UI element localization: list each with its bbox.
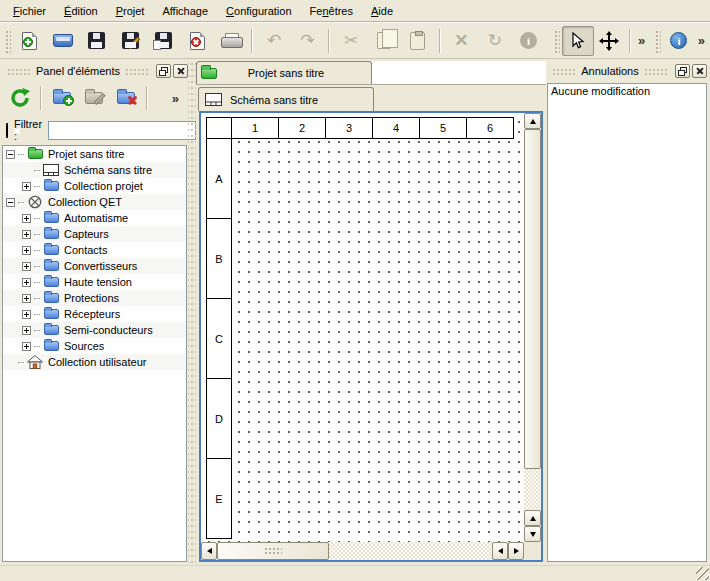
new-project-button[interactable] [13, 26, 46, 56]
expand-icon[interactable] [22, 182, 31, 191]
tree-item-projet[interactable]: Projet sans titre [3, 146, 186, 162]
pan-mode-button[interactable] [594, 26, 626, 56]
folder-icon [44, 325, 59, 335]
expand-icon[interactable] [22, 246, 31, 255]
expand-icon[interactable] [22, 294, 31, 303]
tree-item-recepteurs[interactable]: Récepteurs [3, 306, 186, 322]
delete-category-button[interactable] [110, 83, 142, 113]
schema-canvas[interactable]: 1 2 3 4 5 6 A B C D [201, 113, 524, 542]
scroll-up-button[interactable] [524, 113, 541, 129]
save-button[interactable] [80, 26, 113, 56]
tree-item-semi-conducteurs[interactable]: Semi-conducteurs [3, 322, 186, 338]
tab-projet-sans-titre[interactable]: Projet sans titre [196, 61, 372, 84]
close-icon [696, 67, 704, 75]
menu-fichier[interactable]: Fichier [4, 3, 55, 19]
save-all-button[interactable] [147, 26, 180, 56]
vertical-scroll-track[interactable] [524, 469, 541, 510]
collapse-icon[interactable] [6, 198, 15, 207]
element-info-button: i [512, 26, 545, 56]
folder-icon [44, 309, 59, 319]
expand-icon[interactable] [22, 214, 31, 223]
menu-projet[interactable]: Projet [107, 3, 154, 19]
tree-item-haute-tension[interactable]: Haute tension [3, 274, 186, 290]
toolbar-overflow-chevron[interactable]: » [635, 33, 648, 48]
scroll-left-button[interactable] [201, 542, 217, 560]
elements-panel: Panel d'éléments » [0, 59, 188, 565]
resize-grip[interactable] [696, 567, 709, 580]
reload-collections-button[interactable] [4, 83, 36, 113]
tree-item-capteurs[interactable]: Capteurs [3, 226, 186, 242]
undo-panel-titlebar[interactable]: Annulations [547, 63, 707, 79]
up-arrow-icon [530, 119, 536, 124]
menu-aide[interactable]: Aide [362, 3, 402, 19]
expand-icon[interactable] [22, 342, 31, 351]
expand-icon[interactable] [22, 230, 31, 239]
scroll-up-button-2[interactable] [524, 510, 541, 526]
toolbar-drag-handle[interactable] [654, 29, 661, 53]
copy-button [368, 26, 401, 56]
tree-item-contacts[interactable]: Contacts [3, 242, 186, 258]
redo-button: ↷ [291, 26, 324, 56]
undo-history-list[interactable]: Aucune modification [547, 83, 707, 562]
tree-item-schema[interactable]: Schéma sans titre [3, 162, 186, 178]
rotate-button: ↻ [478, 26, 511, 56]
column-header: 5 [419, 117, 467, 139]
float-panel-button[interactable] [675, 64, 690, 78]
titlebar-texture [7, 68, 31, 75]
tree-item-convertisseurs[interactable]: Convertisseurs [3, 258, 186, 274]
collapse-icon[interactable] [6, 150, 15, 159]
main-area: Panel d'éléments » [0, 59, 710, 565]
delete-icon: ✕ [454, 32, 468, 49]
toolbar-drag-handle[interactable] [4, 29, 11, 53]
elements-panel-toolbar: » [2, 79, 188, 117]
tree-item-collection-utilisateur[interactable]: Collection utilisateur [3, 354, 186, 370]
toolbar-overflow-chevron[interactable]: » [695, 33, 708, 48]
menu-edition[interactable]: Édition [55, 3, 107, 19]
tree-item-automatisme[interactable]: Automatisme [3, 210, 186, 226]
project-tab-label: Projet sans titre [217, 67, 367, 79]
vertical-scrollbar[interactable] [524, 113, 541, 542]
toolbar-drag-handle[interactable] [553, 29, 560, 53]
tree-item-protections[interactable]: Protections [3, 290, 186, 306]
close-file-button[interactable] [180, 26, 213, 56]
tree-item-collection-projet[interactable]: Collection projet [3, 178, 186, 194]
expand-icon[interactable] [22, 278, 31, 287]
corner-cell [206, 117, 232, 139]
horizontal-scroll-thumb[interactable] [217, 542, 329, 560]
selection-mode-button[interactable] [562, 26, 594, 56]
menu-affichage[interactable]: Affichage [153, 3, 217, 19]
column-header: 2 [278, 117, 326, 139]
thumb-grip [264, 547, 282, 555]
expand-icon[interactable] [22, 262, 31, 271]
open-project-button[interactable] [46, 26, 79, 56]
scroll-down-button[interactable] [524, 526, 541, 542]
close-panel-button[interactable] [692, 64, 707, 78]
scroll-left-button-2[interactable] [492, 542, 508, 560]
edit-category-button [78, 83, 110, 113]
panel-toolbar-overflow-chevron[interactable]: » [169, 91, 182, 106]
panel-splitter[interactable] [188, 59, 196, 565]
tree-item-collection-qet[interactable]: Collection QET [3, 194, 186, 210]
expand-icon[interactable] [22, 326, 31, 335]
about-info-button[interactable]: i [663, 26, 695, 56]
close-panel-button[interactable] [173, 64, 188, 78]
print-button[interactable] [214, 26, 247, 56]
schema-sheet-frame: 1 2 3 4 5 6 A B C D [206, 117, 514, 539]
expand-icon[interactable] [22, 310, 31, 319]
new-category-button[interactable] [46, 83, 78, 113]
tree-item-sources[interactable]: Sources [3, 338, 186, 354]
menu-configuration[interactable]: Configuration [217, 3, 300, 19]
scroll-right-button[interactable] [508, 542, 524, 560]
horizontal-scroll-track[interactable] [329, 542, 492, 560]
vertical-scroll-thumb[interactable] [524, 129, 541, 469]
horizontal-scrollbar[interactable] [201, 542, 524, 560]
filter-input[interactable] [48, 121, 196, 140]
clear-filter-button[interactable] [6, 123, 8, 138]
toolbar-separator [439, 29, 441, 53]
menu-fenetres[interactable]: Fenêtres [301, 3, 362, 19]
copy-icon [377, 32, 391, 49]
tab-schema-sans-titre[interactable]: Schéma sans titre [198, 87, 374, 111]
elements-panel-titlebar[interactable]: Panel d'éléments [2, 63, 188, 79]
save-as-button[interactable] [113, 26, 146, 56]
float-panel-button[interactable] [156, 64, 171, 78]
